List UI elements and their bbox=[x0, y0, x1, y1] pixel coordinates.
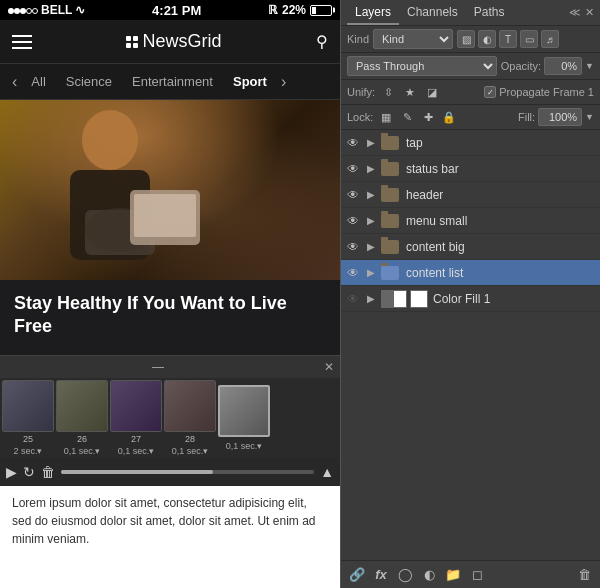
hamburger-menu[interactable] bbox=[12, 35, 32, 49]
blend-row: Pass Through Normal Multiply Opacity: ▼ bbox=[341, 53, 600, 80]
unify-source-btn[interactable]: ◪ bbox=[423, 83, 441, 101]
add-mask-btn[interactable]: ◯ bbox=[395, 565, 415, 585]
tab-paths[interactable]: Paths bbox=[466, 1, 513, 25]
delete-frame-button[interactable]: 🗑 bbox=[41, 464, 55, 480]
signal-dots bbox=[8, 3, 38, 17]
fill-arrow[interactable]: ▼ bbox=[585, 112, 594, 122]
layer-expand-header[interactable]: ▶ bbox=[364, 188, 378, 202]
bluetooth-icon: ℝ bbox=[268, 3, 278, 17]
lorem-text-block: Lorem ipsum dolor sit amet, consectetur … bbox=[0, 486, 340, 588]
layer-tap[interactable]: 👁 ▶ tap bbox=[341, 130, 600, 156]
layer-content-big[interactable]: 👁 ▶ content big bbox=[341, 234, 600, 260]
layer-folder-icon-header bbox=[381, 188, 399, 202]
timeline-progress-bar[interactable] bbox=[61, 470, 314, 474]
timeline-close-x[interactable]: ✕ bbox=[324, 360, 334, 374]
svg-point-0 bbox=[82, 110, 138, 170]
unify-position-btn[interactable]: ⇳ bbox=[379, 83, 397, 101]
layer-expand-menu-small[interactable]: ▶ bbox=[364, 214, 378, 228]
tab-channels[interactable]: Channels bbox=[399, 1, 466, 25]
fill-input[interactable] bbox=[538, 108, 582, 126]
carrier-label: BELL bbox=[41, 3, 72, 17]
play-button[interactable]: ▶ bbox=[6, 464, 17, 480]
layer-expand-status-bar[interactable]: ▶ bbox=[364, 162, 378, 176]
film-item-29[interactable]: 0,1 sec.▾ bbox=[218, 385, 270, 451]
layer-status-bar[interactable]: 👁 ▶ status bar bbox=[341, 156, 600, 182]
propagate-checkbox[interactable]: ✓ bbox=[484, 86, 496, 98]
lock-row: Lock: ▦ ✎ ✚ 🔒 Fill: ▼ bbox=[341, 105, 600, 130]
panel-header: Layers Channels Paths ≪ ✕ bbox=[341, 0, 600, 26]
tab-entertainment[interactable]: Entertainment bbox=[122, 64, 223, 99]
film-item-26[interactable]: 26 0,1 sec.▾ bbox=[56, 380, 108, 456]
filter-smart-btn[interactable]: ♬ bbox=[541, 30, 559, 48]
layer-visibility-color-fill[interactable]: 👁 bbox=[345, 291, 361, 307]
film-duration-25: 2 sec.▾ bbox=[13, 446, 42, 456]
timeline-controls: ▶ ↻ 🗑 ▲ bbox=[0, 458, 340, 486]
loop-button[interactable]: ↻ bbox=[23, 464, 35, 480]
kind-icons: ▧ ◐ T ▭ ♬ bbox=[457, 30, 559, 48]
status-left: BELL ∿ bbox=[8, 3, 85, 17]
delete-layer-btn[interactable]: 🗑 bbox=[574, 565, 594, 585]
film-item-28[interactable]: 28 0,1 sec.▾ bbox=[164, 380, 216, 456]
lock-icons: ▦ ✎ ✚ 🔒 bbox=[377, 108, 458, 126]
layer-visibility-tap[interactable]: 👁 bbox=[345, 135, 361, 151]
filter-pixel-btn[interactable]: ▧ bbox=[457, 30, 475, 48]
nav-prev[interactable]: ‹ bbox=[8, 73, 21, 91]
lock-position-btn[interactable]: ✚ bbox=[419, 108, 437, 126]
tab-all[interactable]: All bbox=[21, 64, 55, 99]
layer-expand-tap[interactable]: ▶ bbox=[364, 136, 378, 150]
layer-folder-icon-tap bbox=[381, 136, 399, 150]
timeline-close-btn[interactable]: — bbox=[152, 360, 164, 374]
filter-shape-btn[interactable]: ▭ bbox=[520, 30, 538, 48]
layer-folder-icon-status-bar bbox=[381, 162, 399, 176]
layer-expand-content-big[interactable]: ▶ bbox=[364, 240, 378, 254]
film-item-27[interactable]: 27 0,1 sec.▾ bbox=[110, 380, 162, 456]
propagate-group: ✓ Propagate Frame 1 bbox=[484, 86, 594, 98]
layer-header[interactable]: 👁 ▶ header bbox=[341, 182, 600, 208]
link-layers-btn[interactable]: 🔗 bbox=[347, 565, 367, 585]
lock-all-btn[interactable]: 🔒 bbox=[440, 108, 458, 126]
time-display: 4:21 PM bbox=[152, 3, 201, 18]
opacity-arrow[interactable]: ▼ bbox=[585, 61, 594, 71]
layer-menu-small[interactable]: 👁 ▶ menu small bbox=[341, 208, 600, 234]
new-adjustment-btn[interactable]: ◐ bbox=[419, 565, 439, 585]
layer-expand-color-fill[interactable]: ▶ bbox=[364, 292, 378, 306]
article-content: Stay Healthy If You Want to Live Free bbox=[0, 280, 340, 355]
search-button[interactable]: ⚲ bbox=[316, 32, 328, 51]
tab-science[interactable]: Science bbox=[56, 64, 122, 99]
lock-image-btn[interactable]: ✎ bbox=[398, 108, 416, 126]
panel-close-btn[interactable]: ✕ bbox=[585, 6, 594, 19]
opacity-input[interactable] bbox=[544, 57, 582, 75]
timeline-progress-fill bbox=[61, 470, 213, 474]
timeline-menu-button[interactable]: ▲ bbox=[320, 464, 334, 480]
film-thumb-29 bbox=[218, 385, 270, 437]
layer-expand-content-list[interactable]: ▶ bbox=[364, 266, 378, 280]
tab-layers[interactable]: Layers bbox=[347, 1, 399, 25]
filter-adjustment-btn[interactable]: ◐ bbox=[478, 30, 496, 48]
layer-visibility-header[interactable]: 👁 bbox=[345, 187, 361, 203]
filter-type-btn[interactable]: T bbox=[499, 30, 517, 48]
new-group-btn[interactable]: 📁 bbox=[443, 565, 463, 585]
film-duration-29: 0,1 sec.▾ bbox=[226, 441, 263, 451]
color-preview-right bbox=[394, 291, 406, 307]
layer-color-fill-1[interactable]: 👁 ▶ Color Fill 1 bbox=[341, 286, 600, 312]
unify-style-btn[interactable]: ★ bbox=[401, 83, 419, 101]
tab-sport[interactable]: Sport bbox=[223, 64, 277, 99]
layer-mask-thumb bbox=[410, 290, 428, 308]
opacity-group: Opacity: ▼ bbox=[501, 57, 594, 75]
layer-name-status-bar: status bar bbox=[406, 162, 596, 176]
kind-select[interactable]: Kind bbox=[373, 29, 453, 49]
panel-collapse-btn[interactable]: ≪ bbox=[569, 6, 581, 19]
layer-content-list[interactable]: 👁 ▶ content list bbox=[341, 260, 600, 286]
fx-btn[interactable]: fx bbox=[371, 565, 391, 585]
nav-next[interactable]: › bbox=[277, 73, 290, 91]
new-layer-btn[interactable]: ◻ bbox=[467, 565, 487, 585]
film-thumb-28 bbox=[164, 380, 216, 432]
film-thumb-27 bbox=[110, 380, 162, 432]
blend-mode-select[interactable]: Pass Through Normal Multiply bbox=[347, 56, 497, 76]
layer-visibility-menu-small[interactable]: 👁 bbox=[345, 213, 361, 229]
lock-transparent-btn[interactable]: ▦ bbox=[377, 108, 395, 126]
layer-visibility-content-list[interactable]: 👁 bbox=[345, 265, 361, 281]
film-item-25[interactable]: 25 2 sec.▾ bbox=[2, 380, 54, 456]
layer-visibility-content-big[interactable]: 👁 bbox=[345, 239, 361, 255]
layer-visibility-status-bar[interactable]: 👁 bbox=[345, 161, 361, 177]
